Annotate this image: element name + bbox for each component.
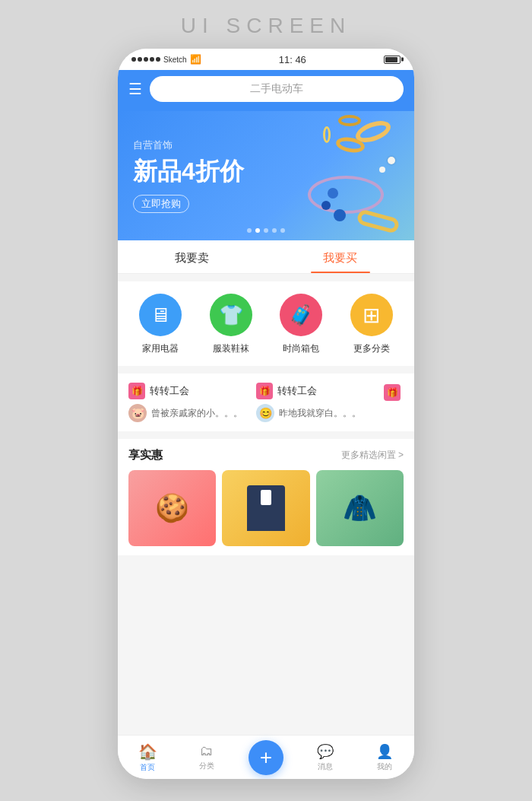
community-card-3-partial: 🎁 — [384, 383, 404, 422]
message-icon: 💬 — [317, 743, 334, 760]
tabs-section: 我要卖 我要买 — [118, 240, 414, 274]
appliances-icon: 🖥 — [139, 294, 182, 336]
page-title: UI SCREEN — [181, 14, 351, 38]
tab-buy[interactable]: 我要买 — [266, 240, 414, 273]
category-more[interactable]: ⊞ 更多分类 — [350, 294, 393, 355]
community-icon-3: 🎁 — [384, 384, 401, 401]
banner-title: 新品4折价 — [133, 155, 399, 189]
enjoy-title: 享实惠 — [128, 448, 163, 462]
main-content[interactable]: 自营首饰 新品4折价 立即抢购 — [118, 111, 414, 735]
community-avatar-2: 😊 — [256, 404, 274, 422]
community-section: 🎁 转转工会 🐷 曾被亲戚家的小。。。 🎁 转转工会 😊 — [118, 373, 414, 431]
community-icon-2: 🎁 — [256, 383, 273, 399]
banner-subtitle: 自营首饰 — [133, 138, 399, 152]
banner: 自营首饰 新品4折价 立即抢购 — [118, 111, 414, 240]
category-clothing[interactable]: 👕 服装鞋袜 — [210, 294, 252, 355]
message-label: 消息 — [318, 761, 333, 772]
community-card-2[interactable]: 🎁 转转工会 😊 昨地我就穿白。。。 — [256, 383, 375, 422]
menu-button[interactable]: ☰ — [128, 80, 142, 98]
more-icon: ⊞ — [350, 294, 393, 336]
community-text-1: 曾被亲戚家的小。。。 — [151, 407, 242, 420]
clothing-icon: 👕 — [210, 294, 252, 336]
enjoy-grid: 🍪 🧥 — [128, 470, 404, 546]
nav-item-home[interactable]: 🏠 首页 — [118, 736, 177, 779]
home-icon: 🏠 — [138, 742, 157, 761]
community-title-1: 转转工会 — [150, 384, 189, 398]
category-nav-icon: 🗂 — [200, 743, 214, 759]
wifi-icon: 📶 — [190, 54, 201, 65]
banner-cta-button[interactable]: 立即抢购 — [133, 195, 189, 213]
time-display: 11: 46 — [279, 54, 306, 65]
nav-center-btn: + — [236, 740, 296, 775]
banner-dots — [118, 228, 414, 233]
category-luggage[interactable]: 🧳 时尚箱包 — [280, 294, 322, 355]
search-bar[interactable]: 二手电动车 — [150, 76, 404, 102]
community-card-1[interactable]: 🎁 转转工会 🐷 曾被亲戚家的小。。。 — [128, 383, 247, 422]
search-placeholder: 二手电动车 — [250, 82, 303, 96]
clothing-label: 服装鞋袜 — [213, 342, 249, 355]
post-button[interactable]: + — [249, 740, 283, 775]
status-bar: Sketch 📶 11: 46 — [118, 49, 414, 70]
appliances-label: 家用电器 — [142, 342, 179, 355]
more-label: 更多分类 — [353, 342, 390, 355]
category-appliances[interactable]: 🖥 家用电器 — [139, 294, 182, 355]
enjoy-more-button[interactable]: 更多精选闲置 > — [341, 449, 404, 462]
enjoy-item-3[interactable]: 🧥 — [316, 470, 404, 546]
profile-icon: 👤 — [376, 743, 393, 760]
category-nav-label: 分类 — [199, 761, 214, 771]
community-avatar-1: 🐷 — [128, 404, 147, 422]
community-title-2: 转转工会 — [277, 384, 317, 398]
profile-label: 我的 — [377, 761, 392, 772]
tab-sell[interactable]: 我要卖 — [118, 240, 266, 273]
community-text-2: 昨地我就穿白。。。 — [279, 407, 361, 420]
enjoy-item-1[interactable]: 🍪 — [128, 470, 216, 546]
ring-3-icon — [338, 115, 361, 126]
categories-section: 🖥 家用电器 👕 服装鞋袜 🧳 时尚箱包 ⊞ 更多分类 — [118, 281, 414, 366]
community-icon-1: 🎁 — [128, 383, 145, 399]
battery-icon — [384, 56, 401, 64]
bottom-nav: 🏠 首页 🗂 分类 + 💬 消息 👤 我的 — [118, 735, 414, 779]
home-label: 首页 — [140, 762, 155, 773]
enjoy-item-2[interactable] — [222, 470, 309, 546]
luggage-label: 时尚箱包 — [283, 342, 319, 355]
phone-shell: Sketch 📶 11: 46 ☰ 二手电动车 自营首饰 新品4折价 立即抢购 — [118, 49, 414, 779]
enjoy-section: 享实惠 更多精选闲置 > 🍪 🧥 — [118, 439, 414, 555]
carrier-label: Sketch — [163, 56, 187, 64]
nav-item-message[interactable]: 💬 消息 — [296, 736, 355, 779]
nav-item-profile[interactable]: 👤 我的 — [355, 736, 414, 779]
luggage-icon: 🧳 — [280, 294, 322, 336]
header: ☰ 二手电动车 — [118, 70, 414, 111]
nav-item-category[interactable]: 🗂 分类 — [177, 736, 236, 779]
